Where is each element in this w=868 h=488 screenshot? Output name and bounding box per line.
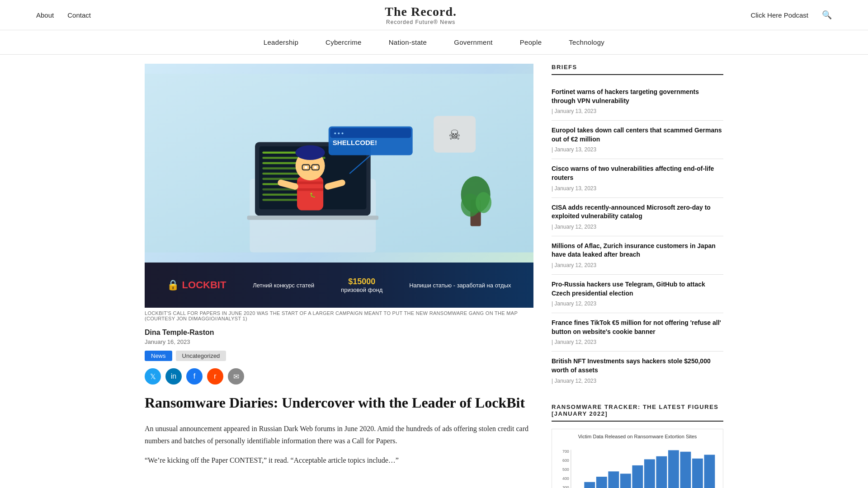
svg-point-26 bbox=[296, 145, 325, 160]
tag-uncategorized[interactable]: Uncategorized bbox=[176, 351, 226, 361]
brief-link[interactable]: Pro-Russia hackers use Telegram, GitHub … bbox=[552, 280, 723, 298]
podcast-link[interactable]: Click Here Podcast bbox=[750, 11, 808, 19]
briefs-section-title: BRIEFS bbox=[552, 64, 723, 75]
brief-item: Millions of Aflac, Zurich insurance cust… bbox=[552, 236, 723, 275]
briefs-list: Fortinet warns of hackers targeting gove… bbox=[552, 82, 723, 390]
article-meta: Dina Temple-Raston January 16, 2023 News… bbox=[145, 328, 533, 361]
svg-text:500: 500 bbox=[562, 467, 569, 472]
brief-date: | January 12, 2023 bbox=[552, 300, 596, 307]
logo-subtitle: Recorded Future® News bbox=[385, 19, 457, 25]
chart-bar bbox=[584, 482, 595, 488]
brief-date: | January 13, 2023 bbox=[552, 185, 596, 192]
share-twitter-button[interactable]: 𝕏 bbox=[145, 368, 161, 385]
brief-date: | January 12, 2023 bbox=[552, 339, 596, 345]
twitter-icon: 𝕏 bbox=[150, 372, 156, 381]
contact-link[interactable]: Contact bbox=[67, 11, 91, 19]
lockbit-prize-amount: $15000 bbox=[341, 277, 382, 286]
chart-bar bbox=[644, 459, 655, 488]
sidebar: BRIEFS Fortinet warns of hackers targeti… bbox=[552, 64, 723, 488]
facebook-icon: f bbox=[193, 372, 195, 380]
svg-rect-23 bbox=[297, 182, 323, 184]
brief-date: | January 12, 2023 bbox=[552, 224, 596, 230]
article-body: An unusual announcement appeared in Russ… bbox=[145, 422, 533, 467]
nav-item-technology[interactable]: Technology bbox=[555, 30, 618, 54]
about-link[interactable]: About bbox=[36, 11, 54, 19]
svg-text:● ● ●: ● ● ● bbox=[334, 131, 344, 136]
chart-bar bbox=[704, 455, 715, 488]
svg-rect-24 bbox=[297, 188, 323, 191]
chart-bar bbox=[632, 465, 643, 488]
share-linkedin-button[interactable]: in bbox=[165, 368, 182, 385]
linkedin-icon: in bbox=[171, 372, 176, 380]
brief-date: | January 13, 2023 bbox=[552, 108, 596, 114]
chart-bar bbox=[680, 451, 691, 488]
lockbit-logo-l: 🔒 bbox=[167, 279, 179, 291]
brief-date: | January 12, 2023 bbox=[552, 378, 596, 384]
lockbit-prize-label: призовой фонд bbox=[341, 286, 382, 293]
svg-point-31 bbox=[314, 166, 317, 169]
share-facebook-button[interactable]: f bbox=[186, 368, 203, 385]
brief-link[interactable]: British NFT Investments says hackers sto… bbox=[552, 357, 723, 375]
tracker-section-title: RANSOMWARE TRACKER: THE LATEST FIGURES [… bbox=[552, 404, 723, 422]
svg-text:🐛: 🐛 bbox=[310, 192, 316, 198]
brief-link[interactable]: Europol takes down call centers that sca… bbox=[552, 126, 723, 144]
article-title: Ransomware Diaries: Undercover with the … bbox=[145, 394, 533, 412]
nav-item-people[interactable]: People bbox=[506, 30, 556, 54]
svg-rect-12 bbox=[262, 193, 299, 196]
brief-link[interactable]: CISA adds recently-announced Microsoft z… bbox=[552, 203, 723, 221]
share-reddit-button[interactable]: r bbox=[207, 368, 223, 385]
brief-item: Cisco warns of two vulnerabilities affec… bbox=[552, 159, 723, 197]
brief-item: France fines TikTok €5 million for not o… bbox=[552, 313, 723, 352]
svg-text:SHELLCODE!: SHELLCODE! bbox=[333, 139, 377, 146]
email-icon: ✉ bbox=[233, 372, 239, 381]
brief-date: | January 13, 2023 bbox=[552, 146, 596, 153]
brief-item: Europol takes down call centers that sca… bbox=[552, 121, 723, 159]
share-email-button[interactable]: ✉ bbox=[228, 368, 244, 385]
lockbit-prize-block: $15000 призовой фонд bbox=[341, 277, 382, 293]
chart-bar bbox=[692, 458, 703, 488]
brief-link[interactable]: France fines TikTok €5 million for not o… bbox=[552, 319, 723, 336]
article-image-wrapper: ● ● ● SHELLCODE! ☠ bbox=[145, 64, 533, 324]
author-name: Dina Temple-Raston bbox=[145, 328, 533, 337]
lockbit-logo-text: LOCKBIT bbox=[182, 279, 226, 291]
site-header: About Contact The Record. Recorded Futur… bbox=[0, 0, 868, 30]
brief-link[interactable]: Cisco warns of two vulnerabilities affec… bbox=[552, 164, 723, 182]
search-button[interactable]: 🔍 bbox=[822, 10, 832, 20]
chart-bar bbox=[620, 474, 631, 488]
svg-point-37 bbox=[476, 192, 491, 213]
lockbit-cta: Напиши статью - заработай на отдых bbox=[409, 282, 511, 289]
svg-point-30 bbox=[305, 166, 307, 169]
chart-bar bbox=[656, 456, 667, 488]
brief-link[interactable]: Fortinet warns of hackers targeting gove… bbox=[552, 88, 723, 105]
article-paragraph-1: An unusual announcement appeared in Russ… bbox=[145, 422, 533, 447]
nav-item-nation-state[interactable]: Nation-state bbox=[375, 30, 440, 54]
lockbit-tagline: Летний конкурс статей bbox=[253, 282, 314, 289]
hero-illustration-svg: ● ● ● SHELLCODE! ☠ bbox=[145, 64, 533, 263]
nav-item-leadership[interactable]: Leadership bbox=[250, 30, 312, 54]
site-logo[interactable]: The Record. Recorded Future® News bbox=[385, 5, 457, 25]
tag-news[interactable]: News bbox=[145, 351, 172, 361]
article-date: January 16, 2023 bbox=[145, 338, 533, 345]
chart-bar bbox=[596, 477, 607, 488]
tracker-chart-svg: 700 600 500 400 300 200 JanFebMarAprMayJ… bbox=[557, 443, 718, 488]
article-caption: LOCKBIT'S CALL FOR PAPERS IN JUNE 2020 W… bbox=[145, 308, 533, 324]
svg-rect-14 bbox=[247, 216, 379, 220]
chart-bar bbox=[668, 450, 679, 488]
svg-text:600: 600 bbox=[562, 458, 569, 463]
svg-text:400: 400 bbox=[562, 476, 569, 480]
lockbit-logo: 🔒 LOCKBIT bbox=[167, 279, 226, 291]
reddit-icon: r bbox=[214, 372, 216, 380]
svg-text:700: 700 bbox=[562, 449, 569, 454]
social-share-row: 𝕏 in f r ✉ bbox=[145, 368, 533, 385]
article-hero-image: ● ● ● SHELLCODE! ☠ bbox=[145, 64, 533, 263]
lockbit-banner: 🔒 LOCKBIT Летний конкурс статей $15000 п… bbox=[145, 263, 533, 308]
main-nav: Leadership Cybercrime Nation-state Gover… bbox=[0, 30, 868, 55]
brief-date: | January 12, 2023 bbox=[552, 262, 596, 268]
nav-item-government[interactable]: Government bbox=[440, 30, 506, 54]
brief-link[interactable]: Millions of Aflac, Zurich insurance cust… bbox=[552, 242, 723, 259]
nav-item-cybercrime[interactable]: Cybercrime bbox=[312, 30, 375, 54]
brief-item: British NFT Investments says hackers sto… bbox=[552, 352, 723, 389]
tag-row: News Uncategorized bbox=[145, 351, 533, 361]
chart-bar bbox=[608, 471, 619, 488]
article-column: ● ● ● SHELLCODE! ☠ bbox=[145, 64, 533, 488]
